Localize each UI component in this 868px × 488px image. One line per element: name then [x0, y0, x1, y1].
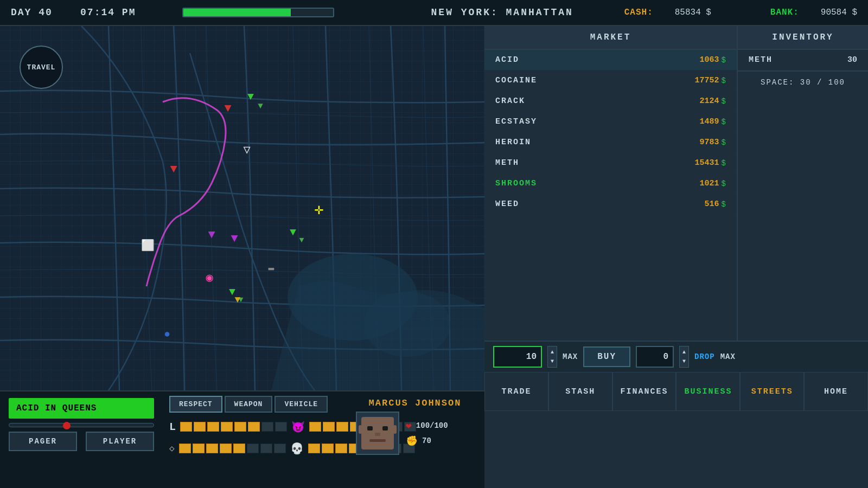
buy-spinner[interactable]: ▲ ▼: [547, 346, 557, 368]
action-btn-stash[interactable]: STASH: [548, 372, 612, 411]
market-row[interactable]: WEED 516 $: [484, 194, 737, 215]
map-marker-purple-2[interactable]: ▼: [231, 232, 238, 246]
market-row[interactable]: ACID 1063 $: [484, 50, 737, 70]
devil-icon: 😈: [291, 419, 305, 434]
stat-icon-l: L: [169, 419, 176, 434]
sell-max-button[interactable]: MAX: [720, 352, 736, 361]
market-list: ACID 1063 $ COCAINE 17752 $ CRACK 2124 $…: [484, 50, 737, 215]
buy-button[interactable]: BUY: [583, 346, 630, 367]
character-stats: ❤ 100/100 ✊ 70: [406, 420, 448, 447]
action-btn-home[interactable]: HOME: [804, 372, 868, 411]
dollar-sign: $: [722, 76, 726, 85]
market-row[interactable]: HEROIN 9783 $: [484, 132, 737, 153]
map-marker-building[interactable]: ⬜: [141, 239, 155, 252]
skull-icon: 💀: [290, 441, 304, 456]
inventory-header: INVENTORY: [738, 26, 868, 50]
player-button[interactable]: PLAYER: [86, 432, 154, 451]
market-row[interactable]: COCAINE 17752 $: [484, 70, 737, 91]
stat-bar-left-2: [179, 444, 286, 453]
tab-weapon[interactable]: WEAPON: [225, 396, 273, 413]
map-marker-red-1[interactable]: ▼: [224, 102, 231, 115]
pager-slider[interactable]: [9, 423, 154, 427]
dollar-sign: $: [722, 56, 726, 65]
dollar-sign: $: [722, 97, 726, 106]
map-marker-white[interactable]: ▽: [243, 143, 250, 157]
health-stat-row: ❤ 100/100: [406, 420, 448, 432]
map-marker-green-3[interactable]: ▼: [290, 226, 296, 239]
sell-controls: ▲ ▼ DROP MAX: [636, 346, 736, 368]
bank-value: 90584 $: [821, 8, 857, 17]
stat-row-2: ◇ 💀: [169, 441, 341, 456]
health-bar-fill: [183, 9, 291, 16]
market-header: MARKET: [484, 26, 737, 50]
tab-vehicle[interactable]: VEHICLE: [275, 396, 328, 413]
drug-price: 15431: [695, 158, 719, 168]
drug-price: 9783: [700, 138, 719, 147]
character-portrait-area: ❤ 100/100 ✊ 70: [356, 412, 474, 455]
action-buttons: TRADESTASHFINANCESBUSINESSSTREETSHOME: [484, 372, 868, 411]
map-marker-pink[interactable]: ◉: [206, 271, 213, 285]
day-label: DAY 40: [11, 7, 53, 18]
pager-buttons: PAGER PLAYER: [9, 432, 154, 451]
map-marker-green-2[interactable]: ▼: [258, 101, 263, 111]
slider-track[interactable]: [9, 423, 154, 427]
travel-label: TRAVEL: [27, 63, 56, 72]
market-row[interactable]: SHROOMS 1021 $: [484, 174, 737, 194]
map-marker-gray[interactable]: ▬: [269, 262, 275, 273]
map-marker-purple-1[interactable]: ▼: [208, 228, 215, 242]
tab-respect[interactable]: RESPECT: [169, 396, 222, 413]
top-bar: DAY 40 07:14 PM NEW YORK: MANHATTAN CASH…: [0, 0, 868, 26]
action-btn-business[interactable]: BUSINESS: [676, 372, 740, 411]
stats-tabs: RESPECT WEAPON VEHICLE: [169, 396, 341, 413]
sell-quantity-input[interactable]: [636, 346, 674, 368]
drop-button[interactable]: DROP: [694, 352, 715, 361]
inventory-row[interactable]: METH 30: [738, 50, 868, 70]
drug-name: HEROIN: [495, 138, 700, 147]
bottom-bar: ACID IN QUEENS PAGER PLAYER RESPECT WEAP…: [0, 390, 484, 488]
dollar-sign: $: [722, 118, 726, 126]
map-marker-red-2[interactable]: ▼: [170, 163, 177, 176]
drug-price: 516: [705, 200, 719, 209]
stats-section: RESPECT WEAPON VEHICLE L: [163, 391, 347, 488]
time-label: 07:14 PM: [80, 7, 136, 18]
character-name: MARCUS JOHNSON: [356, 398, 474, 408]
market-row[interactable]: ECSTASY 1489 $: [484, 112, 737, 132]
pager-button[interactable]: PAGER: [9, 432, 77, 451]
portrait-box: [356, 412, 399, 455]
space-info: SPACE: 30 / 100: [738, 70, 868, 93]
map-area[interactable]: TRAVEL ▼ ▼ ▼ ▽ ✛ ▼: [0, 26, 484, 390]
dollar-sign: $: [722, 179, 726, 188]
inventory-section: INVENTORY METH 30 SPACE: 30 / 100: [738, 26, 868, 341]
sell-spinner[interactable]: ▲ ▼: [679, 346, 689, 368]
buy-max-button[interactable]: MAX: [563, 352, 578, 361]
left-column: TRAVEL ▼ ▼ ▼ ▽ ✛ ▼: [0, 26, 484, 488]
drug-price: 1021: [700, 179, 719, 188]
action-btn-trade[interactable]: TRADE: [484, 372, 548, 411]
trade-controls: ▲ ▼ MAX BUY ▲ ▼ DROP MAX: [484, 341, 868, 372]
health-icon: ❤: [406, 420, 412, 432]
drug-price: 1063: [700, 55, 719, 65]
action-btn-streets[interactable]: STREETS: [740, 372, 804, 411]
cash-value: 85834 $: [675, 8, 711, 17]
action-btn-finances[interactable]: FINANCES: [612, 372, 676, 411]
health-bar: [182, 8, 334, 17]
drug-price: 17752: [695, 76, 719, 85]
drug-name: COCAINE: [495, 76, 695, 85]
map-marker-green-4[interactable]: ▼: [299, 235, 304, 245]
drug-name: SHROOMS: [495, 179, 700, 188]
market-row[interactable]: CRACK 2124 $: [484, 91, 737, 112]
drug-name: WEED: [495, 200, 705, 209]
map-marker-yellow[interactable]: ▼: [235, 294, 241, 305]
travel-button[interactable]: TRAVEL: [20, 46, 63, 89]
dollar-sign: $: [722, 138, 726, 147]
cash-section: CASH: 85834 $ BANK: 90584 $: [624, 8, 857, 17]
market-row[interactable]: METH 15431 $: [484, 153, 737, 174]
dollar-sign: $: [722, 159, 726, 168]
map-marker-green-1[interactable]: ▼: [247, 91, 254, 103]
svg-rect-3: [367, 426, 373, 431]
map-marker-blue[interactable]: ●: [164, 328, 170, 341]
svg-rect-4: [382, 426, 388, 431]
health-bar-container: [136, 8, 380, 17]
pager-message: ACID IN QUEENS: [9, 398, 154, 419]
buy-quantity-input[interactable]: [493, 346, 542, 368]
